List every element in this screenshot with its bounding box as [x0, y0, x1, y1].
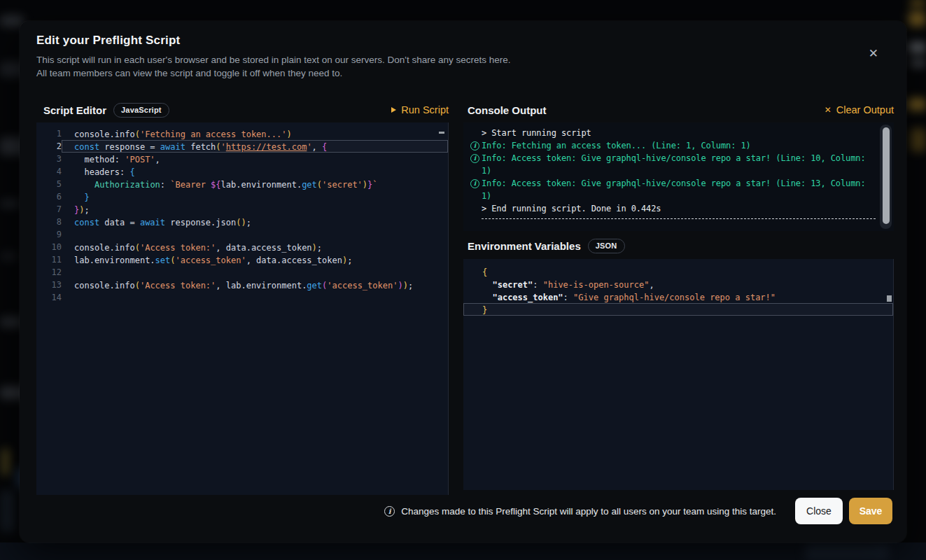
close-button[interactable]: Close [795, 498, 843, 524]
code-line: 11lab.environment.set('access_token', da… [36, 253, 448, 266]
backdrop-blob [910, 0, 926, 6]
line-number: 12 [36, 266, 62, 279]
env-json-line: { [463, 265, 893, 278]
modal-subtitle-line2: All team members can view the script and… [36, 67, 666, 80]
backdrop-blob [909, 11, 926, 27]
code-line: 6 } [36, 190, 448, 203]
run-script-button[interactable]: Run Script [391, 104, 449, 115]
console-log-text: 1) [482, 190, 876, 202]
editor-overview-marker [439, 132, 444, 134]
line-number: 6 [36, 190, 62, 203]
javascript-badge: JavaScript [113, 103, 169, 118]
line-number: 5 [36, 178, 62, 190]
console-log-text: > End running script. Done in 0.442s [482, 202, 876, 215]
close-icon[interactable]: ✕ [869, 48, 878, 59]
console-info-icon: i [470, 141, 479, 150]
code-line: 1console.info('Fetching an access token.… [36, 127, 448, 140]
line-number: 13 [36, 279, 62, 291]
line-number: 7 [36, 203, 62, 216]
backdrop-blob [805, 543, 889, 560]
console-output-header: Console Output ✕ Clear Output [468, 99, 894, 120]
backdrop-blob [0, 200, 21, 208]
console-scrollbar[interactable] [880, 125, 892, 229]
env-json-line: "access_token": "Give graphql-hive/conso… [463, 290, 893, 303]
console-info-icon: i [470, 179, 479, 188]
code-line: 3 method: 'POST', [36, 153, 448, 165]
line-number: 3 [36, 153, 62, 165]
code-line: 2const response = await fetch('https://t… [36, 140, 448, 153]
code-line: 4 headers: { [36, 165, 448, 178]
console-output-title: Console Output [468, 104, 547, 116]
modal-footer: i Changes made to this Preflight Script … [36, 498, 892, 524]
play-icon [391, 107, 396, 113]
script-editor-title: Script Editor [43, 104, 106, 116]
line-number: 10 [36, 241, 62, 253]
console-output-panel[interactable]: > Start running scriptiInfo: Fetching an… [463, 122, 894, 231]
code-line: 12 [36, 266, 448, 279]
env-scrollbar-thumb[interactable] [887, 295, 892, 302]
env-variables-editor[interactable]: { "secret": "hive-is-open-source", "acce… [463, 259, 894, 490]
line-number: 4 [36, 165, 62, 178]
line-number: 14 [36, 291, 62, 304]
preflight-script-modal: ✕ Edit your Preflight Script This script… [20, 21, 906, 542]
footer-note: i Changes made to this Preflight Script … [384, 506, 776, 517]
code-line: 7}); [36, 203, 448, 216]
script-code-editor[interactable]: 1console.info('Fetching an access token.… [36, 122, 449, 495]
code-line: 14 [36, 291, 448, 304]
code-line: 9 [36, 228, 448, 241]
page-title: Edit your Preflight Script [36, 34, 180, 48]
backdrop-bottom-strip [0, 542, 926, 560]
backdrop-blob [910, 59, 926, 67]
backdrop-blob [1, 448, 10, 476]
run-script-label: Run Script [401, 104, 449, 115]
console-separator [482, 218, 876, 219]
console-info-icon: i [470, 154, 479, 163]
info-icon: i [384, 506, 395, 517]
console-log-entry: > Start running script [470, 127, 876, 139]
code-line: 8const data = await response.json(); [36, 216, 448, 228]
line-number: 11 [36, 253, 62, 266]
console-log-text: Info: Access token: Give graphql-hive/co… [482, 177, 876, 190]
backdrop-blob [0, 15, 24, 27]
code-line: 13console.info('Access token:', lab.envi… [36, 279, 448, 291]
clear-output-button[interactable]: ✕ Clear Output [825, 104, 894, 115]
console-log-entry: > End running script. Done in 0.442s [470, 202, 876, 215]
backdrop-blob [0, 252, 18, 260]
env-variables-header: Environment Variables JSON [468, 235, 894, 256]
line-number: 9 [36, 228, 62, 241]
clear-output-label: Clear Output [836, 104, 894, 115]
backdrop-blob [909, 42, 926, 53]
code-line: 10console.info('Access token:', data.acc… [36, 241, 448, 253]
console-scrollbar-thumb[interactable] [883, 127, 890, 224]
console-log-entry: iInfo: Access token: Give graphql-hive/c… [470, 152, 876, 177]
line-number: 8 [36, 216, 62, 228]
line-number: 2 [36, 140, 62, 153]
clear-icon: ✕ [825, 106, 832, 114]
save-button[interactable]: Save [849, 498, 892, 524]
script-editor-header: Script Editor JavaScript Run Script [43, 99, 449, 120]
console-log-entry: iInfo: Access token: Give graphql-hive/c… [470, 177, 876, 202]
console-log-text: Info: Fetching an access token... (Line:… [482, 139, 876, 152]
code-line: 5 Authorization: `Bearer ${lab.environme… [36, 178, 448, 190]
console-log-text: Info: Access token: Give graphql-hive/co… [482, 152, 876, 164]
backdrop-blob [910, 128, 926, 152]
modal-subtitle-line1: This script will run in each user's brow… [36, 54, 666, 67]
env-json-line: } [463, 303, 893, 316]
console-log-text: 1) [482, 164, 876, 177]
footer-note-text: Changes made to this Preflight Script wi… [401, 506, 776, 517]
backdrop-blob [0, 490, 15, 532]
env-json-line: "secret": "hive-is-open-source", [463, 278, 893, 290]
env-variables-title: Environment Variables [468, 240, 581, 252]
backdrop-blob [907, 98, 926, 111]
json-badge: JSON [588, 239, 625, 253]
line-number: 1 [36, 127, 62, 140]
console-log-entry: iInfo: Fetching an access token... (Line… [470, 139, 876, 152]
console-log-text: > Start running script [482, 127, 876, 139]
